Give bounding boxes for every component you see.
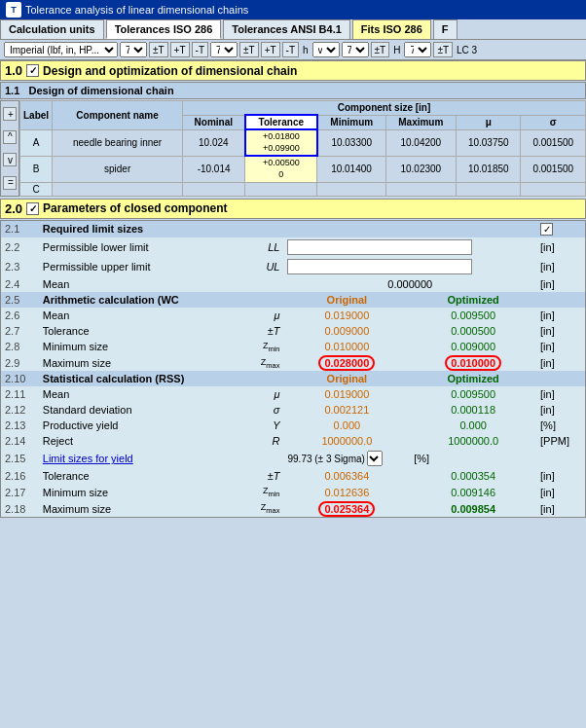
row-c-maximum[interactable]: [385, 182, 456, 196]
btn-plus-t1[interactable]: +T: [170, 42, 190, 57]
tab-more[interactable]: F: [433, 19, 458, 39]
param-212-ul: σ: [243, 402, 284, 418]
param-27-opt: 0.000500: [410, 323, 536, 339]
param-26-num: 2.6: [1, 308, 39, 323]
row-a-sigma[interactable]: 0.001500: [521, 129, 586, 156]
param-215-dropdown[interactable]: ▼: [367, 451, 383, 466]
param-28-num: 2.8: [1, 339, 39, 355]
param-24-val: 0.000000: [283, 276, 536, 292]
param-23-unit: [in]: [536, 257, 585, 276]
unit-h: h: [303, 45, 309, 55]
row-a-nominal[interactable]: 10.024: [183, 129, 245, 156]
row-b-sigma[interactable]: 0.001500: [521, 156, 586, 182]
equal-button[interactable]: =: [3, 176, 17, 190]
param-216-ul: ±T: [243, 468, 284, 484]
param-213-ul: Y: [243, 418, 284, 433]
row-b-tolerance[interactable]: +0.00500 0: [245, 156, 317, 182]
section1-label: Design and optimization of dimensional c…: [43, 64, 297, 78]
components-table: Label Component name Component size [in]…: [19, 100, 586, 197]
param-212-orig: 0.002121: [283, 402, 410, 418]
param-215-value: 99.73 (± 3 Sigma): [287, 454, 364, 464]
unit-bar: Imperial (lbf, in, HP... 7 ±T +T -T 7 ±T…: [0, 40, 586, 60]
param-row-215: 2.15 Limit sizes for yield 99.73 (± 3 Si…: [1, 449, 586, 468]
th-maximum: Maximum: [385, 115, 456, 129]
param-row-21: 2.1 Required limit sizes ✓: [1, 220, 586, 237]
section1-checkbox[interactable]: ✓: [26, 64, 39, 77]
tab-calc-units[interactable]: Calculation units: [0, 19, 104, 39]
num2-select[interactable]: 7: [210, 42, 238, 57]
param-26-ul: μ: [243, 308, 284, 323]
param-28-unit: [in]: [536, 339, 585, 355]
num1-select[interactable]: 7: [120, 42, 147, 57]
row-c-tolerance[interactable]: [245, 182, 317, 196]
param-214-orig: 1000000.0: [283, 433, 410, 449]
row-c-minimum[interactable]: [317, 182, 385, 196]
param-21-check[interactable]: ✓: [536, 220, 585, 237]
row-b-mu[interactable]: 10.01850: [457, 156, 521, 182]
param-row-23: 2.3 Permissible upper limit UL [in]: [1, 257, 586, 276]
num3-select[interactable]: v: [312, 42, 340, 57]
param-210-num: 2.10: [1, 371, 39, 386]
unit-H: H: [393, 45, 400, 55]
param-27-num: 2.7: [1, 323, 39, 339]
btn-plus-t2[interactable]: +T: [261, 42, 280, 57]
param-25-col2: Optimized: [410, 292, 536, 308]
table-row: B spider -10.014 +0.00500 0 10.01400 10.…: [20, 156, 586, 182]
btn-pm-t3[interactable]: ±T: [371, 42, 390, 57]
row-b-maximum[interactable]: 10.02300: [385, 156, 456, 182]
param-29-unit: [in]: [536, 355, 585, 372]
btn-minus-t2[interactable]: -T: [282, 42, 299, 57]
param-211-label: Mean: [39, 386, 243, 402]
param-25-col1: Original: [283, 292, 410, 308]
btn-minus-t1[interactable]: -T: [192, 42, 208, 57]
tab-tol-ansi[interactable]: Tolerances ANSI B4.1: [223, 19, 350, 39]
row-c-nominal[interactable]: [183, 182, 245, 196]
add-row-button[interactable]: +: [3, 107, 17, 121]
row-c-mu[interactable]: [457, 182, 521, 196]
param-26-label: Mean: [39, 308, 243, 323]
row-b-nominal[interactable]: -10.014: [183, 156, 245, 182]
row-a-tolerance[interactable]: +0.01800 +0.09900: [245, 129, 317, 156]
btn-pm-t4[interactable]: ±T: [433, 42, 453, 57]
row-b-minimum[interactable]: 10.01400: [317, 156, 385, 182]
param-213-orig: 0.000: [283, 418, 410, 433]
param-23-unit-label: UL: [243, 257, 284, 276]
row-c-sigma[interactable]: [521, 182, 586, 196]
th-size-group: Component size [in]: [183, 101, 586, 116]
param-217-opt: 0.009146: [410, 484, 536, 500]
param-row-213: 2.13 Productive yield Y 0.000 0.000 [%]: [1, 418, 586, 433]
tab-tol-iso[interactable]: Tolerances ISO 286: [106, 19, 222, 39]
param-210-col2: Optimized: [410, 371, 536, 386]
param-row-26: 2.6 Mean μ 0.019000 0.009500 [in]: [1, 308, 586, 323]
btn-pm-t1[interactable]: ±T: [149, 42, 168, 57]
row-a-minimum[interactable]: 10.03300: [317, 129, 385, 156]
row-a-label: A: [20, 129, 53, 156]
param-22-input[interactable]: [287, 239, 472, 255]
move-down-button[interactable]: v: [3, 153, 17, 166]
param-22-unit: [in]: [536, 237, 585, 257]
row-c-name[interactable]: [53, 182, 183, 196]
unit-select[interactable]: Imperial (lbf, in, HP...: [4, 42, 118, 57]
param-25-spacer: [243, 292, 284, 308]
param-214-label: Reject: [39, 433, 243, 449]
param-28-orig: 0.010000: [283, 339, 410, 355]
num5-select[interactable]: 7: [404, 42, 431, 57]
param-23-input-cell: [283, 257, 536, 276]
param-23-input[interactable]: [287, 259, 472, 274]
param-22-num: 2.2: [1, 237, 39, 257]
row-a-name[interactable]: needle bearing inner: [53, 129, 183, 156]
row-a-maximum[interactable]: 10.04200: [385, 129, 456, 156]
param-row-28: 2.8 Minimum size Zmin 0.010000 0.009000 …: [1, 339, 586, 355]
param-29-num: 2.9: [1, 355, 39, 372]
row-a-mu[interactable]: 10.03750: [457, 129, 521, 156]
btn-pm-t2[interactable]: ±T: [239, 42, 259, 57]
num4-select[interactable]: 7: [342, 42, 369, 57]
section2-checkbox[interactable]: ✓: [26, 202, 39, 215]
tab-fits-iso[interactable]: Fits ISO 286: [352, 19, 431, 39]
row-b-name[interactable]: spider: [53, 156, 183, 182]
param-215-val-cell: 99.73 (± 3 Sigma) ▼: [283, 449, 410, 468]
param-row-210: 2.10 Statistical calculation (RSS) Origi…: [1, 371, 586, 386]
move-up-button[interactable]: ^: [3, 130, 17, 144]
th-name: Component name: [53, 101, 183, 130]
param-29-orig: 0.028000: [283, 355, 410, 372]
